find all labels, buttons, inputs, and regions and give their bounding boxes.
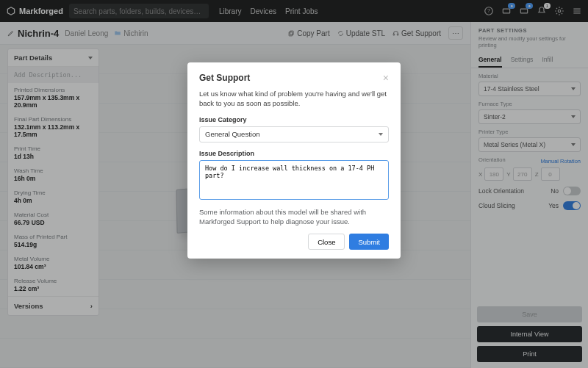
issue-category-select[interactable]: General Question xyxy=(199,126,389,142)
modal-intro: Let us know what kind of problem you're … xyxy=(199,89,389,109)
modal-note: Some information about this model will b… xyxy=(199,207,389,227)
issue-category-label: Issue Category xyxy=(199,116,389,123)
modal-submit-button[interactable]: Submit xyxy=(349,234,389,250)
chevron-down-icon xyxy=(379,133,383,136)
get-support-modal: Get Support × Let us know what kind of p… xyxy=(187,62,401,259)
modal-title: Get Support xyxy=(199,73,250,83)
issue-description-label: Issue Description xyxy=(199,150,389,157)
issue-description-textarea[interactable] xyxy=(199,160,389,200)
modal-overlay: Get Support × Let us know what kind of p… xyxy=(0,0,588,368)
close-icon[interactable]: × xyxy=(383,73,389,83)
modal-close-button[interactable]: Close xyxy=(308,234,345,250)
